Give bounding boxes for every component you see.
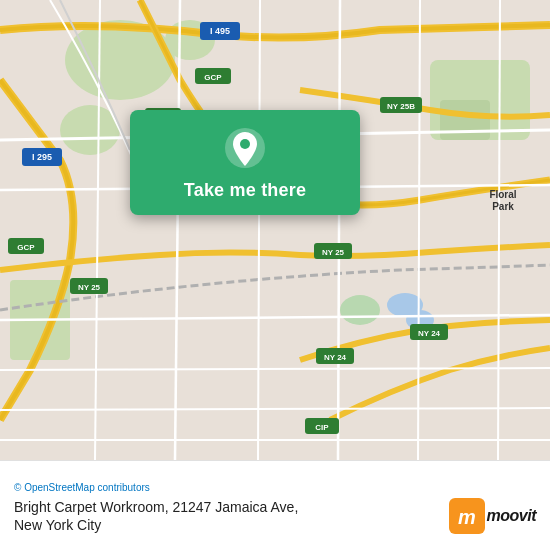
svg-text:GCP: GCP	[204, 73, 222, 82]
svg-point-6	[340, 295, 380, 325]
svg-text:Park: Park	[492, 201, 514, 212]
svg-point-37	[240, 139, 250, 149]
map-svg: I 495 I 295 GCP GCP GCP NY 25B GCP NY 25…	[0, 0, 550, 460]
svg-rect-5	[440, 100, 490, 140]
svg-text:NY 24: NY 24	[324, 353, 347, 362]
svg-text:NY 25: NY 25	[78, 283, 101, 292]
svg-text:m: m	[458, 506, 476, 528]
svg-text:Floral: Floral	[489, 189, 516, 200]
moovit-logo-icon: m	[449, 498, 485, 534]
info-bar: © OpenStreetMap contributors Bright Carp…	[0, 460, 550, 550]
moovit-brand-text: moovit	[487, 507, 536, 525]
map-view: I 495 I 295 GCP GCP GCP NY 25B GCP NY 25…	[0, 0, 550, 460]
svg-text:NY 24: NY 24	[418, 329, 441, 338]
svg-text:CIP: CIP	[315, 423, 329, 432]
location-pin-icon	[223, 126, 267, 170]
cta-button-label: Take me there	[184, 180, 306, 201]
cta-button[interactable]: Take me there	[130, 110, 360, 215]
svg-text:GCP: GCP	[17, 243, 35, 252]
osm-credit: © OpenStreetMap contributors	[14, 482, 536, 493]
svg-text:I 295: I 295	[32, 152, 52, 162]
svg-text:I 495: I 495	[210, 26, 230, 36]
svg-text:NY 25B: NY 25B	[387, 102, 415, 111]
svg-text:NY 25: NY 25	[322, 248, 345, 257]
moovit-logo: m moovit	[449, 498, 536, 534]
osm-link[interactable]: © OpenStreetMap contributors	[14, 482, 150, 493]
